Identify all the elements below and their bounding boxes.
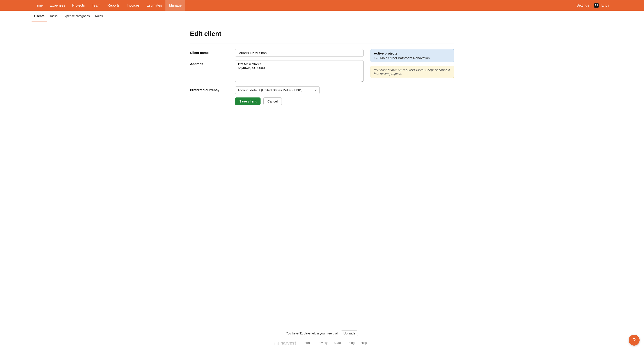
form-area: Client name Address Preferred currency A… — [190, 49, 454, 105]
nav-reports[interactable]: Reports — [104, 0, 123, 11]
label-preferred-currency: Preferred currency — [190, 86, 235, 94]
label-client-name: Client name — [190, 49, 235, 57]
project-link[interactable]: 123 Main Street Bathroom Renovation — [374, 56, 451, 60]
nav-time[interactable]: Time — [32, 0, 46, 11]
nav-team[interactable]: Team — [88, 0, 104, 11]
active-projects-title: Active projects — [374, 51, 451, 55]
nav-username[interactable]: Erica — [600, 3, 610, 7]
row-currency: Preferred currency Account default (Unit… — [190, 86, 364, 94]
side-col: Active projects 123 Main Street Bathroom… — [370, 49, 454, 105]
subnav-expense-categories[interactable]: Expense categories — [60, 11, 92, 21]
content: Edit client Client name Address Preferre… — [190, 21, 454, 105]
form-col: Client name Address Preferred currency A… — [190, 49, 364, 105]
avatar[interactable]: ES — [594, 3, 599, 8]
nav-settings[interactable]: Settings — [574, 3, 592, 7]
nav-estimates[interactable]: Estimates — [143, 0, 166, 11]
currency-value: Account default (United States Dollar - … — [235, 86, 320, 94]
subnav-roles[interactable]: Roles — [92, 11, 106, 21]
row-client-name: Client name — [190, 49, 364, 57]
currency-select[interactable]: Account default (United States Dollar - … — [235, 86, 320, 94]
client-name-input[interactable] — [235, 49, 364, 57]
nav-manage[interactable]: Manage — [166, 0, 185, 11]
row-address: Address — [190, 60, 364, 83]
nav-projects[interactable]: Projects — [68, 0, 88, 11]
nav-right: Settings ES Erica — [574, 3, 642, 8]
cancel-button[interactable]: Cancel — [264, 97, 282, 105]
subnav-tasks[interactable]: Tasks — [47, 11, 60, 21]
page-title: Edit client — [190, 30, 454, 37]
archive-warning-panel: You cannot archive “Laurel's Floral Shop… — [370, 66, 454, 78]
divider — [190, 43, 454, 44]
address-input[interactable] — [235, 60, 364, 82]
nav-expenses[interactable]: Expenses — [46, 0, 68, 11]
actions: Save client Cancel — [190, 97, 364, 105]
save-button[interactable]: Save client — [235, 97, 260, 105]
subnav-clients[interactable]: Clients — [32, 11, 47, 21]
active-projects-panel: Active projects 123 Main Street Bathroom… — [370, 49, 454, 62]
label-address: Address — [190, 60, 235, 83]
sub-nav: Clients Tasks Expense categories Roles — [0, 11, 644, 21]
nav-left: Time Expenses Projects Team Reports Invo… — [32, 0, 185, 11]
main-nav: Time Expenses Projects Team Reports Invo… — [0, 0, 644, 11]
nav-invoices[interactable]: Invoices — [123, 0, 143, 11]
